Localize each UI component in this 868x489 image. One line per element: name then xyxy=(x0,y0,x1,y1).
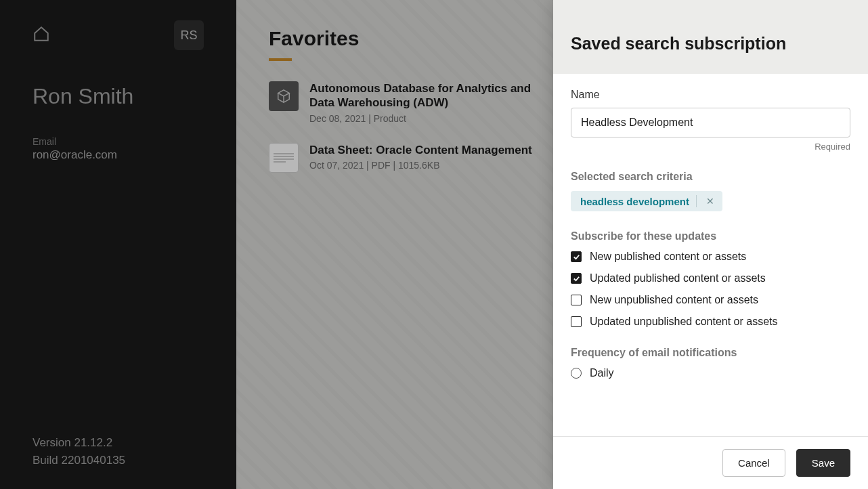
cancel-button[interactable]: Cancel xyxy=(722,449,785,477)
checkbox-row[interactable]: Updated published content or assets xyxy=(571,272,850,284)
drawer-title: Saved search subscription xyxy=(571,34,850,54)
required-text: Required xyxy=(571,142,850,152)
saved-search-drawer: Saved search subscription Name Required … xyxy=(553,0,868,489)
favorite-item-meta: Dec 08, 2021 | Product xyxy=(309,113,540,124)
radio-row[interactable]: Daily xyxy=(571,367,850,379)
avatar[interactable]: RS xyxy=(174,20,204,50)
list-item[interactable]: Data Sheet: Oracle Content Management Oc… xyxy=(269,143,540,173)
checkbox-label: New published content or assets xyxy=(590,251,746,263)
checkbox-row[interactable]: New published content or assets xyxy=(571,251,850,263)
frequency-section-label: Frequency of email notifications xyxy=(571,347,850,359)
radio-label: Daily xyxy=(590,367,614,379)
checkbox[interactable] xyxy=(571,295,582,305)
avatar-initials: RS xyxy=(180,28,197,43)
name-label: Name xyxy=(571,89,850,101)
version-text: Version 21.12.2 xyxy=(32,434,204,452)
list-item[interactable]: Autonomous Database for Analytics and Da… xyxy=(269,81,540,124)
email-label: Email xyxy=(32,136,204,147)
chip-text: headless development xyxy=(580,196,689,207)
criteria-section-label: Selected search criteria xyxy=(571,171,850,183)
save-button[interactable]: Save xyxy=(796,449,850,477)
favorite-item-title: Autonomous Database for Analytics and Da… xyxy=(309,81,540,110)
checkbox-row[interactable]: New unpublished content or assets xyxy=(571,294,850,306)
checkbox-row[interactable]: Updated unpublished content or assets xyxy=(571,316,850,328)
favorites-title: Favorites xyxy=(269,27,359,50)
favorite-item-title: Data Sheet: Oracle Content Management xyxy=(309,143,532,157)
build-text: Build 2201040135 xyxy=(32,452,204,469)
criteria-chip: headless development ✕ xyxy=(571,191,722,211)
checkbox[interactable] xyxy=(571,273,582,284)
chip-separator xyxy=(696,195,697,207)
favorite-item-meta: Oct 07, 2021 | PDF | 1015.6KB xyxy=(309,160,532,171)
user-name: Ron Smith xyxy=(32,84,204,109)
email-value: ron@oracle.com xyxy=(32,148,204,162)
checkbox[interactable] xyxy=(571,316,582,327)
name-input[interactable] xyxy=(571,108,850,137)
checkbox-label: Updated unpublished content or assets xyxy=(590,316,778,328)
chip-remove-icon[interactable]: ✕ xyxy=(703,196,717,207)
profile-sidebar: RS Ron Smith Email ron@oracle.com Versio… xyxy=(0,0,236,489)
document-icon xyxy=(269,143,299,173)
cube-icon xyxy=(269,81,299,111)
radio[interactable] xyxy=(571,368,582,379)
checkbox[interactable] xyxy=(571,251,582,262)
favorites-underline xyxy=(269,58,292,61)
checkbox-label: Updated published content or assets xyxy=(590,272,766,284)
home-icon[interactable] xyxy=(32,25,50,45)
checkbox-label: New unpublished content or assets xyxy=(590,294,758,306)
updates-section-label: Subscribe for these updates xyxy=(571,230,850,242)
